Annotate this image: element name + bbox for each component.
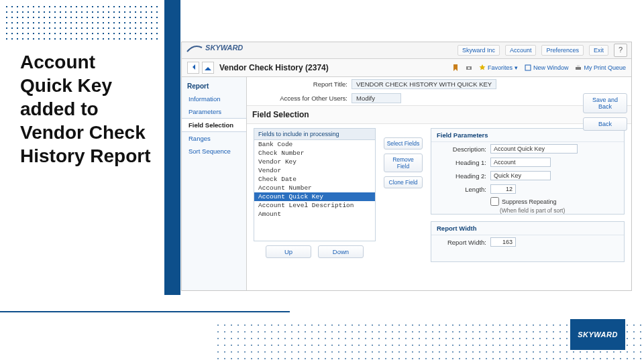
svg-rect-2 [525,65,531,70]
field-parameters-panel: Field Parameters Description:Account Qui… [431,128,625,215]
access-label: Access for Other Users: [254,95,347,102]
h1-value[interactable]: Account [490,158,551,167]
len-label: Length: [437,186,486,193]
report-width-header: Report Width [431,222,624,235]
h2-label: Heading 2: [437,172,486,180]
desc-label: Description: [437,145,486,153]
fields-area: Fields to include in processing Bank Cod… [247,124,631,269]
tool-bookmark[interactable] [452,64,459,71]
suppress-checkbox-row: Suppress Repeating [431,196,624,207]
back-icon[interactable] [187,62,199,74]
sidebar: Report Information Parameters Field Sele… [182,77,247,290]
svg-rect-3 [576,67,581,70]
home-icon[interactable] [202,62,214,74]
sidebar-item-sort-sequence[interactable]: Sort Sequence [182,145,246,158]
access-value: Modify [352,93,401,103]
svg-rect-4 [577,65,580,67]
title-bar: Vendor Check History (2374) Favorites▾ N… [182,59,631,77]
right-action-buttons: Save and Back Back [583,93,627,131]
topbar-link-exit[interactable]: Exit [589,45,608,56]
tool-favorites-label: Favorites [488,64,513,71]
row-report-title: Report Title: VENDOR CHECK HISTORY WITH … [247,77,631,91]
app-window: SKYWARD Skyward Inc Account Preferences … [181,42,632,291]
decor-dots-top [4,4,162,42]
section-title: Field Selection [247,105,631,124]
tool-new-window-label: New Window [533,64,569,71]
tool-print-queue[interactable]: My Print Queue [575,64,626,71]
tool-favorites[interactable]: Favorites▾ [479,64,518,71]
select-fields-button[interactable]: Select Fields [384,137,423,149]
fields-listbox: Fields to include in processing Bank Cod… [254,128,376,241]
sidebar-item-ranges[interactable]: Ranges [182,132,246,145]
help-button[interactable]: ? [614,44,627,57]
report-title-value: VENDOR CHECK HISTORY WITH QUICK KEY [352,79,496,89]
field-item[interactable]: Check Date [254,175,375,184]
footer-brand-text: SKYWARD [578,330,618,339]
report-width-panel: Report Width Report Width:163 [431,221,625,262]
footer-brand-badge: SKYWARD [570,319,625,350]
slide-headline: Account Quick Key added to Vendor Check … [20,50,151,168]
main-panel: Report Title: VENDOR CHECK HISTORY WITH … [247,77,631,290]
up-button[interactable]: Up [266,245,311,258]
tool-print-queue-label: My Print Queue [584,64,626,71]
field-item[interactable]: Bank Code [254,140,375,149]
tool-camera[interactable] [466,64,472,71]
sidebar-header: Report [182,80,246,93]
slide: { "headline": "Account Quick Key added t… [0,0,644,362]
report-width-label: Report Width: [437,239,486,246]
save-and-back-button[interactable]: Save and Back [583,93,627,113]
field-item[interactable]: Account Number [254,184,375,192]
sidebar-item-information[interactable]: Information [182,93,246,105]
reorder-buttons: Up Down [254,241,376,262]
topbar-link-company[interactable]: Skyward Inc [458,45,500,56]
decor-footer-line [0,311,644,312]
topbar-link-preferences[interactable]: Preferences [541,45,584,56]
down-button[interactable]: Down [318,245,364,258]
top-bar: Skyward Inc Account Preferences Exit ? [182,42,631,59]
suppress-checkbox[interactable] [490,197,499,206]
field-item[interactable]: Check Number [254,149,375,158]
clone-field-button[interactable]: Clone Field [384,176,423,188]
fields-list-header: Fields to include in processing [254,129,375,140]
page-title: Vendor Check History (2374) [219,63,329,72]
field-item-selected[interactable]: Account Quick Key [254,192,375,201]
decor-blue-bar [164,0,180,295]
field-item[interactable]: Account Level Description [254,201,375,210]
field-action-buttons: Select Fields Remove Field Clone Field [384,137,423,262]
suppress-note: (When field is part of sort) [431,207,624,214]
fields-list[interactable]: Bank Code Check Number Vendor Key Vendor… [254,140,375,241]
row-access: Access for Other Users: Modify [247,91,631,105]
topbar-link-account[interactable]: Account [505,45,537,56]
report-width-value: 163 [490,237,516,247]
content-area: Report Information Parameters Field Sele… [182,77,631,290]
field-parameters-header: Field Parameters [431,129,624,142]
field-item[interactable]: Vendor [254,166,375,175]
field-item[interactable]: Vendor Key [254,158,375,166]
h1-label: Heading 1: [437,159,486,166]
report-title-label: Report Title: [254,80,347,88]
svg-point-1 [468,67,470,69]
back-button[interactable]: Back [583,117,627,131]
title-tools: Favorites▾ New Window My Print Queue [452,64,626,71]
sidebar-item-field-selection[interactable]: Field Selection [182,118,246,132]
remove-field-button[interactable]: Remove Field [384,154,423,172]
sidebar-item-parameters[interactable]: Parameters [182,105,246,118]
len-value[interactable]: 12 [490,184,516,194]
h2-value[interactable]: Quick Key [490,171,551,180]
suppress-label: Suppress Repeating [502,198,557,205]
brand-logo: SKYWARD [186,44,243,53]
tool-new-window[interactable]: New Window [525,64,569,71]
desc-value[interactable]: Account Quick Key [490,144,578,154]
brand-text: SKYWARD [205,44,243,52]
field-item[interactable]: Amount [254,210,375,219]
